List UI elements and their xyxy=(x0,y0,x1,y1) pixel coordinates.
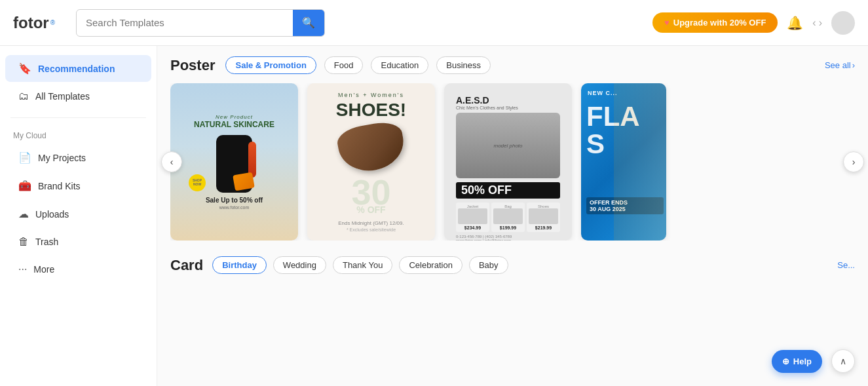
help-label: Help xyxy=(793,357,812,366)
card-tag-birthday[interactable]: Birthday xyxy=(212,256,267,274)
sidebar-label-trash: Trash xyxy=(35,237,58,247)
sidebar-label-my-projects: My Projects xyxy=(38,153,86,163)
logo-superscript: ® xyxy=(50,19,55,26)
card-tag-wedding[interactable]: Wedding xyxy=(273,256,326,274)
sidebar-item-more[interactable]: ··· More xyxy=(5,256,151,282)
poster-see-all[interactable]: See all › xyxy=(825,60,855,70)
more-icon: ··· xyxy=(18,263,27,275)
back-nav-button[interactable]: ‹ xyxy=(812,17,816,29)
help-icon: ⊕ xyxy=(782,357,789,366)
poster-tag-sale[interactable]: Sale & Promotion xyxy=(225,56,316,74)
nav-arrows: ‹ › xyxy=(812,17,822,29)
main-content: Poster Sale & Promotion Food Education B… xyxy=(157,46,868,386)
main-layout: 🔖 Recommendation 🗂 All Templates My Clou… xyxy=(0,46,868,386)
notification-button[interactable]: 🔔 xyxy=(787,15,803,31)
sidebar-item-uploads[interactable]: ☁ Uploads xyxy=(5,201,151,227)
sidebar-label-recommendation: Recommendation xyxy=(38,64,115,74)
card-tag-thank-you[interactable]: Thank You xyxy=(333,256,392,274)
upgrade-button[interactable]: ♥ Upgrade with 20% OFF xyxy=(652,12,778,33)
card-tag-baby[interactable]: Baby xyxy=(469,256,508,274)
poster-tag-food[interactable]: Food xyxy=(324,56,364,74)
poster-template-1[interactable]: New Product NATURAL SKINCARE SHOPNOW Sal… xyxy=(170,83,298,241)
sidebar-label-more: More xyxy=(33,264,54,275)
logo-text: fotor xyxy=(13,14,49,32)
poster-tag-education[interactable]: Education xyxy=(371,56,428,74)
sidebar-label-uploads: Uploads xyxy=(35,209,69,220)
upgrade-label: Upgrade with 20% OFF xyxy=(673,18,766,28)
sidebar-label-all-templates: All Templates xyxy=(35,91,90,102)
bell-icon: 🔔 xyxy=(787,16,803,30)
sidebar-label-brand-kits: Brand Kits xyxy=(38,181,81,191)
poster-section-header: Poster Sale & Promotion Food Education B… xyxy=(170,56,855,74)
bookmark-icon: 🔖 xyxy=(18,62,31,75)
document-icon: 📄 xyxy=(18,151,31,164)
sidebar-item-my-projects[interactable]: 📄 My Projects xyxy=(5,144,151,171)
search-button[interactable]: 🔍 xyxy=(293,10,324,36)
search-input[interactable] xyxy=(77,10,293,35)
help-button[interactable]: ⊕ Help xyxy=(772,350,822,373)
card-section: Card Birthday Wedding Thank You Celebrat… xyxy=(170,256,855,274)
card-see-all[interactable]: Se... xyxy=(837,260,855,270)
poster-section-title: Poster xyxy=(170,57,215,74)
avatar[interactable] xyxy=(831,11,855,35)
poster-templates-container: New Product NATURAL SKINCARE SHOPNOW Sal… xyxy=(170,83,855,241)
sidebar-item-recommendation[interactable]: 🔖 Recommendation xyxy=(5,55,151,82)
app-header: fotor® 🔍 ♥ Upgrade with 20% OFF 🔔 ‹ › xyxy=(0,0,868,46)
sidebar-divider xyxy=(10,117,146,118)
poster-next-button[interactable]: › xyxy=(843,151,864,172)
upload-icon: ☁ xyxy=(18,208,29,220)
chevron-up-icon: ∧ xyxy=(840,356,846,366)
app-logo[interactable]: fotor® xyxy=(13,14,66,32)
card-section-title: Card xyxy=(170,257,203,274)
see-all-label: See all xyxy=(825,60,851,70)
chevron-right-icon: › xyxy=(852,60,855,70)
poster-template-2[interactable]: Men's + Women's SHOES! 30 % OFF Ends Mid… xyxy=(307,83,435,241)
briefcase-icon: 🧰 xyxy=(18,180,31,192)
poster-tag-business[interactable]: Business xyxy=(436,56,491,74)
search-bar: 🔍 xyxy=(76,9,325,37)
forward-nav-button[interactable]: › xyxy=(819,17,822,29)
poster-template-3[interactable]: A.E.S.D Chic Men's Clothes and Styles mo… xyxy=(444,83,572,241)
search-icon: 🔍 xyxy=(302,16,315,29)
card-tag-celebration[interactable]: Celebration xyxy=(399,256,462,274)
sidebar-item-brand-kits[interactable]: 🧰 Brand Kits xyxy=(5,172,151,199)
poster-section: Poster Sale & Promotion Food Education B… xyxy=(170,56,855,241)
sidebar-item-trash[interactable]: 🗑 Trash xyxy=(5,229,151,255)
trash-icon: 🗑 xyxy=(18,236,29,248)
card-section-header: Card Birthday Wedding Thank You Celebrat… xyxy=(170,256,855,274)
poster-template-4[interactable]: NEW C... FLA S OFFER ENDS30 AUG 2025 xyxy=(581,83,666,241)
sidebar-item-all-templates[interactable]: 🗂 All Templates xyxy=(5,83,151,109)
my-cloud-label: My Cloud xyxy=(0,126,157,143)
header-right: ♥ Upgrade with 20% OFF 🔔 ‹ › xyxy=(652,11,855,35)
card-see-all-label: Se... xyxy=(837,260,855,270)
poster-prev-button[interactable]: ‹ xyxy=(161,151,182,172)
poster-templates-row: ‹ New Product NATURAL SKINCARE xyxy=(170,83,855,241)
heart-icon: ♥ xyxy=(664,18,670,28)
scroll-up-button[interactable]: ∧ xyxy=(831,349,855,373)
layers-icon: 🗂 xyxy=(18,90,29,102)
sidebar: 🔖 Recommendation 🗂 All Templates My Clou… xyxy=(0,46,157,386)
